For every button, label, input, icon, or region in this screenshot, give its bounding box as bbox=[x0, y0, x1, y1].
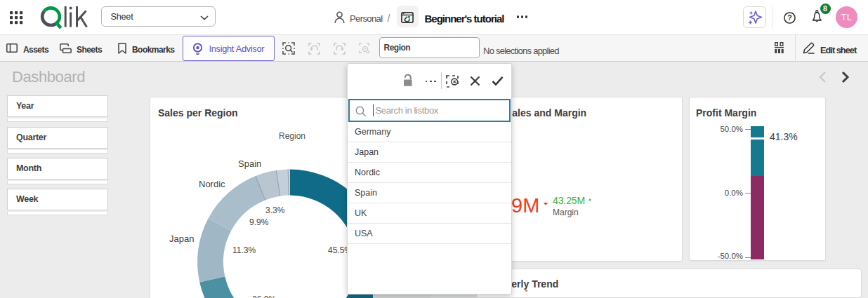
svg-text:?: ? bbox=[787, 13, 791, 22]
